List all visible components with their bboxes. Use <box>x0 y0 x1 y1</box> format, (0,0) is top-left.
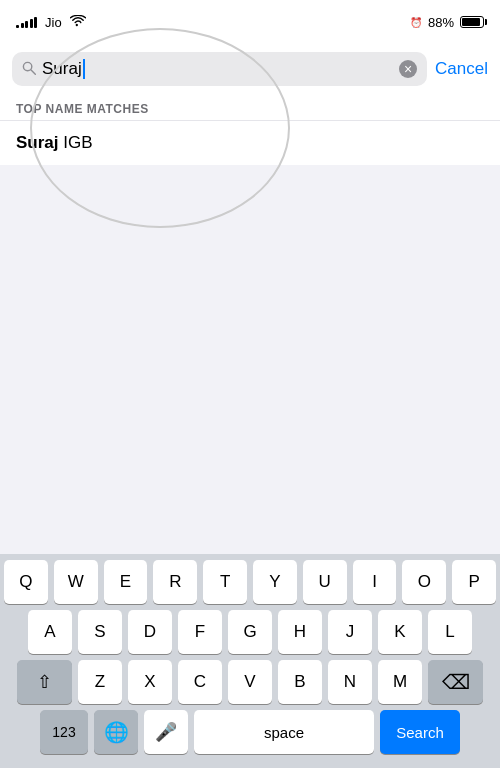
key-q[interactable]: Q <box>4 560 48 604</box>
key-v[interactable]: V <box>228 660 272 704</box>
clear-button[interactable] <box>399 60 417 78</box>
key-numbers[interactable]: 123 <box>40 710 88 754</box>
results-section-header: TOP NAME MATCHES <box>0 94 500 120</box>
key-mic[interactable]: 🎤 <box>144 710 188 754</box>
key-z[interactable]: Z <box>78 660 122 704</box>
key-x[interactable]: X <box>128 660 172 704</box>
status-left: Jio <box>16 15 86 30</box>
keyboard: Q W E R T Y U I O P A S D F G H J K L ⇧ … <box>0 554 500 768</box>
key-t[interactable]: T <box>203 560 247 604</box>
key-f[interactable]: F <box>178 610 222 654</box>
svg-point-0 <box>23 62 31 70</box>
key-c[interactable]: C <box>178 660 222 704</box>
key-s[interactable]: S <box>78 610 122 654</box>
key-n[interactable]: N <box>328 660 372 704</box>
search-bar-container: Suraj Cancel <box>0 44 500 94</box>
battery-icon <box>460 16 484 28</box>
key-space[interactable]: space <box>194 710 374 754</box>
search-input[interactable]: Suraj <box>42 59 393 79</box>
key-g[interactable]: G <box>228 610 272 654</box>
content-area <box>0 165 500 325</box>
carrier-name: Jio <box>45 15 62 30</box>
key-w[interactable]: W <box>54 560 98 604</box>
key-o[interactable]: O <box>402 560 446 604</box>
signal-bars <box>16 16 37 28</box>
keyboard-row-1: Q W E R T Y U I O P <box>0 554 500 604</box>
key-j[interactable]: J <box>328 610 372 654</box>
status-bar: Jio ⏰ 88% <box>0 0 500 44</box>
key-u[interactable]: U <box>303 560 347 604</box>
keyboard-safe-area <box>0 764 500 768</box>
key-shift[interactable]: ⇧ <box>17 660 72 704</box>
key-k[interactable]: K <box>378 610 422 654</box>
search-icon <box>22 61 36 78</box>
battery-percentage: 88% <box>428 15 454 30</box>
wifi-icon <box>70 15 86 30</box>
key-a[interactable]: A <box>28 610 72 654</box>
search-query-text: Suraj <box>42 59 82 79</box>
alarm-icon: ⏰ <box>410 17 422 28</box>
key-emoji[interactable]: 🌐 <box>94 710 138 754</box>
svg-line-1 <box>31 70 35 74</box>
key-b[interactable]: B <box>278 660 322 704</box>
key-search[interactable]: Search <box>380 710 460 754</box>
search-input-wrapper[interactable]: Suraj <box>12 52 427 86</box>
result-match-bold: Suraj <box>16 133 59 152</box>
signal-bar-1 <box>16 25 19 28</box>
status-right: ⏰ 88% <box>410 15 484 30</box>
key-d[interactable]: D <box>128 610 172 654</box>
result-match-normal: IGB <box>59 133 93 152</box>
text-cursor <box>83 59 85 79</box>
key-h[interactable]: H <box>278 610 322 654</box>
key-y[interactable]: Y <box>253 560 297 604</box>
search-results: TOP NAME MATCHES Suraj IGB <box>0 94 500 165</box>
signal-bar-5 <box>34 17 37 28</box>
cancel-button[interactable]: Cancel <box>435 59 488 79</box>
keyboard-row-2: A S D F G H J K L <box>0 604 500 654</box>
battery-fill <box>462 18 480 26</box>
keyboard-row-3: ⇧ Z X C V B N M ⌫ <box>0 654 500 704</box>
key-e[interactable]: E <box>104 560 148 604</box>
result-row[interactable]: Suraj IGB <box>0 120 500 165</box>
signal-bar-2 <box>21 23 24 28</box>
key-i[interactable]: I <box>353 560 397 604</box>
keyboard-bottom-row: 123 🌐 🎤 space Search <box>0 704 500 764</box>
signal-bar-3 <box>25 21 28 28</box>
signal-bar-4 <box>30 19 33 28</box>
key-delete[interactable]: ⌫ <box>428 660 483 704</box>
key-l[interactable]: L <box>428 610 472 654</box>
key-p[interactable]: P <box>452 560 496 604</box>
key-m[interactable]: M <box>378 660 422 704</box>
key-r[interactable]: R <box>153 560 197 604</box>
